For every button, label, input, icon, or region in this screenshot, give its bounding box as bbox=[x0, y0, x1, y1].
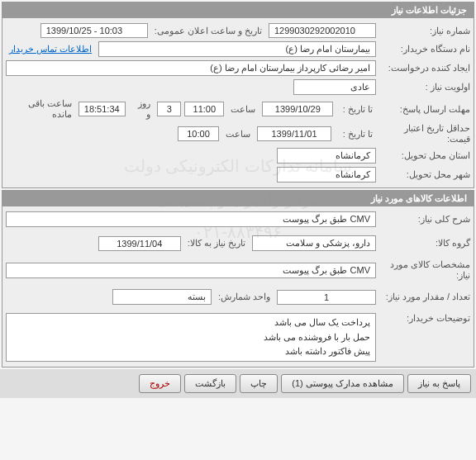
need-details-section: جزئیات اطلاعات نیاز شماره نیاز: 12990302… bbox=[2, 2, 474, 188]
priority-label: اولویت نیاز : bbox=[379, 82, 470, 92]
remaining-time-value: 18:51:34 bbox=[79, 102, 126, 116]
group-value: دارو، پزشکی و سلامت bbox=[252, 235, 376, 251]
time-label-2: ساعت bbox=[222, 129, 254, 140]
notes-label: توضیحات خریدار: bbox=[379, 313, 470, 324]
section2-header: اطلاعات کالاهای مورد نیاز bbox=[2, 191, 474, 206]
need-until-label: تاریخ نیاز به کالا: bbox=[184, 238, 249, 249]
buyer-org-value: بیمارستان امام رضا (ع) bbox=[98, 41, 376, 57]
deadline-date-value: 1399/10/29 bbox=[262, 102, 333, 116]
qty-value: 1 bbox=[277, 290, 376, 305]
buyer-contact-link[interactable]: اطلاعات تماس خریدار bbox=[6, 44, 95, 55]
days-value: 3 bbox=[157, 102, 181, 116]
deadline-label: مهلت ارسال پاسخ: bbox=[379, 104, 470, 115]
validity-date-value: 1399/11/01 bbox=[257, 126, 331, 141]
province-label: استان محل تحویل: bbox=[379, 150, 470, 161]
requester-value: امیر رضائی کارپرداز بیمارستان امام رضا (… bbox=[6, 60, 376, 76]
public-announce-label: تاریخ و ساعت اعلان عمومی: bbox=[151, 26, 265, 36]
unit-label: واحد شمارش: bbox=[215, 292, 274, 302]
requester-label: ایجاد کننده درخواست: bbox=[379, 63, 470, 74]
exit-button[interactable]: خروج bbox=[139, 374, 181, 393]
deadline-time-value: 11:00 bbox=[184, 102, 224, 116]
goods-info-section: اطلاعات کالاهای مورد نیاز شرح کلی نیاز: … bbox=[2, 190, 474, 368]
need-number-value: 1299030292002010 bbox=[269, 23, 376, 38]
spec-label: مشخصات کالای مورد نیاز: bbox=[379, 259, 470, 281]
remaining-label: ساعت باقی مانده bbox=[6, 98, 75, 120]
print-button[interactable]: چاپ bbox=[240, 374, 278, 393]
validity-time-value: 10:00 bbox=[178, 126, 219, 141]
general-desc-label: شرح کلی نیاز: bbox=[379, 214, 470, 225]
group-label: گروه کالا: bbox=[379, 238, 470, 249]
validity-label: حداقل تاریخ اعتبار قیمت: bbox=[379, 123, 470, 145]
province-value: کرمانشاه bbox=[277, 148, 376, 164]
notes-value: پرداخت یک سال می باشد حمل بار با فروشنده… bbox=[6, 313, 376, 362]
until-label-2: تا تاریخ : bbox=[335, 129, 376, 140]
view-attachments-button[interactable]: مشاهده مدارک پیوستی (1) bbox=[281, 374, 404, 393]
spec-value: CMV طبق برگ پیوست bbox=[6, 263, 376, 278]
back-button[interactable]: بازگشت bbox=[184, 374, 236, 393]
days-label: روز و bbox=[129, 98, 154, 120]
general-desc-value: CMV طبق برگ پیوست bbox=[6, 211, 376, 227]
footer-buttons: پاسخ به نیاز مشاهده مدارک پیوستی (1) چاپ… bbox=[0, 369, 476, 398]
time-label-1: ساعت bbox=[227, 104, 259, 115]
city-value: کرمانشاه bbox=[277, 167, 376, 183]
city-label: شهر محل تحویل: bbox=[379, 169, 470, 180]
unit-value: بسته bbox=[112, 289, 212, 305]
need-number-label: شماره نیاز: bbox=[379, 26, 470, 36]
until-label-1: تا تاریخ : bbox=[336, 104, 376, 115]
qty-label: تعداد / مقدار مورد نیاز: bbox=[379, 292, 470, 302]
section1-header: جزئیات اطلاعات نیاز bbox=[2, 2, 474, 18]
buyer-org-label: نام دستگاه خریدار: bbox=[379, 44, 470, 55]
priority-value: عادی bbox=[293, 79, 376, 95]
need-until-value: 1399/11/04 bbox=[98, 236, 181, 251]
respond-button[interactable]: پاسخ به نیاز bbox=[407, 374, 471, 393]
public-announce-value: 1399/10/25 - 10:03 bbox=[40, 23, 148, 38]
